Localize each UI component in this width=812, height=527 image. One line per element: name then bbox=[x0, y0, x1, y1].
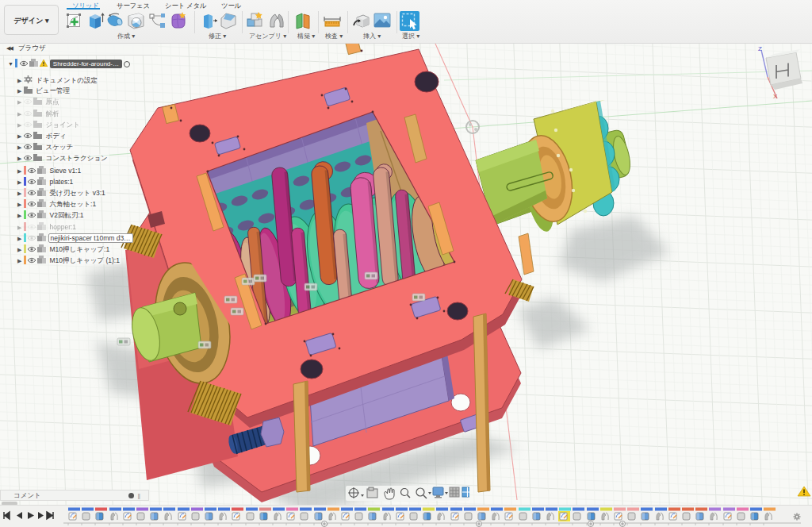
svg-text:Z: Z bbox=[758, 45, 762, 52]
svg-text:X: X bbox=[773, 93, 778, 100]
